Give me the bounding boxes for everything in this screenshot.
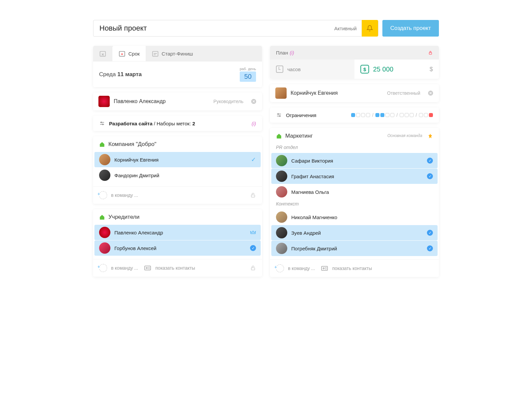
avatar xyxy=(276,243,287,254)
add-member-label[interactable]: в команду ... xyxy=(288,266,315,271)
show-contacts-label[interactable]: показать контакты xyxy=(155,265,195,271)
member-name: Горбунов Алексей xyxy=(114,245,156,251)
add-member-icon[interactable] xyxy=(276,264,284,272)
avatar xyxy=(275,87,287,99)
member-name: Погребняк Дмитрий xyxy=(291,246,337,251)
crown-icon xyxy=(250,230,256,235)
lock-icon[interactable] xyxy=(428,50,433,55)
workdays-label: раб. день xyxy=(240,67,256,71)
clock-icon xyxy=(276,66,283,73)
team-member[interactable]: Фандорин Дмитрий xyxy=(94,168,261,183)
svg-point-2 xyxy=(121,54,123,55)
add-member-icon[interactable] xyxy=(99,191,107,199)
team-member[interactable]: Николай Магниенко xyxy=(271,209,438,225)
svg-point-16 xyxy=(323,268,325,269)
calendar-x-icon xyxy=(99,50,106,57)
member-name: Фандорин Дмитрий xyxy=(114,173,159,178)
team-member[interactable]: Сафари Виктория ✓ xyxy=(271,153,438,168)
member-name: Магниева Ольга xyxy=(291,189,329,195)
show-contacts-label[interactable]: показать контакты xyxy=(332,266,372,271)
restriction-pills: / / / xyxy=(351,112,433,118)
workdays-box[interactable]: раб. день 50 xyxy=(240,67,256,82)
checked-badge-icon: ✓ xyxy=(427,173,433,179)
date-tabs: Срок Старт-Финиш xyxy=(93,46,262,62)
notify-button[interactable] xyxy=(361,20,378,37)
title-box: Активный xyxy=(93,20,378,37)
responsible-card: Корнийчук Евгения Ответственный xyxy=(270,84,439,102)
tab-no-date[interactable] xyxy=(93,46,112,61)
svg-point-5 xyxy=(101,122,102,123)
group-label: PR отдел xyxy=(270,143,439,153)
create-project-button[interactable]: Создать проект xyxy=(382,20,439,37)
add-member-icon[interactable] xyxy=(99,264,107,272)
tags-text: Разработка сайта / Наборы меток: 2 xyxy=(109,121,195,126)
project-title-input[interactable] xyxy=(99,24,330,33)
checked-badge-icon: ✓ xyxy=(250,245,256,251)
owner-name[interactable]: Павленко Александр xyxy=(114,98,166,104)
avatar xyxy=(276,186,287,198)
date-value: 11 марта xyxy=(117,71,142,77)
house-icon xyxy=(99,214,105,220)
team-member[interactable]: Погребняк Дмитрий ✓ xyxy=(271,241,438,256)
svg-rect-7 xyxy=(251,195,255,197)
avatar xyxy=(99,227,110,238)
svg-point-9 xyxy=(146,267,148,269)
svg-point-14 xyxy=(279,116,280,117)
plan-budget[interactable]: $ 25 000 $ xyxy=(354,60,439,79)
member-name: Николай Магниенко xyxy=(291,214,337,220)
svg-rect-11 xyxy=(429,53,432,55)
plan-card: План (i) часов $ 25 000 $ xyxy=(270,46,439,79)
avatar xyxy=(276,155,287,166)
remove-icon[interactable] xyxy=(428,90,434,96)
team-member[interactable]: Горбунов Алексей ✓ xyxy=(94,240,261,256)
team-member[interactable]: Корнийчук Евгения ✓ xyxy=(94,152,261,167)
status-label[interactable]: Активный xyxy=(330,26,361,31)
info-icon[interactable]: (i) xyxy=(290,50,294,56)
tab-deadline-label: Срок xyxy=(128,51,140,57)
responsible-name[interactable]: Корнийчук Евгения xyxy=(291,90,338,96)
lock-icon[interactable] xyxy=(250,192,256,198)
tab-startfinish-label: Старт-Финиш xyxy=(162,51,193,57)
sliders-icon xyxy=(276,112,282,118)
team-member[interactable]: Магниева Ольга xyxy=(271,184,438,200)
remove-icon[interactable] xyxy=(251,98,257,104)
checked-badge-icon: ✓ xyxy=(427,230,433,236)
money-icon: $ xyxy=(360,65,369,73)
plan-hours[interactable]: часов xyxy=(270,60,354,79)
tags-card[interactable]: Разработка сайта / Наборы меток: 2 (i) xyxy=(93,116,262,131)
svg-rect-10 xyxy=(251,268,255,270)
restrictions-card[interactable]: Ограничения / / / xyxy=(270,107,439,123)
tab-deadline[interactable]: Срок xyxy=(112,46,146,61)
member-name: Корнийчук Евгения xyxy=(114,157,159,163)
date-card: Срок Старт-Финиш Среда 11 марта раб. ден… xyxy=(93,46,262,87)
sliders-icon xyxy=(99,120,105,126)
svg-rect-0 xyxy=(100,52,106,57)
info-icon[interactable]: (i) xyxy=(252,121,256,126)
member-name: Сафари Виктория xyxy=(291,158,333,164)
team-founders: Учредители Павленко Александр Горбунов А… xyxy=(93,209,262,277)
team-title: Компания "Добро" xyxy=(108,141,156,148)
team-member[interactable]: Зуев Андрей ✓ xyxy=(271,225,438,240)
svg-point-6 xyxy=(102,124,103,125)
bell-icon xyxy=(366,25,373,32)
add-member-label[interactable]: в команду ... xyxy=(111,265,138,271)
header-row: Активный Создать проект xyxy=(93,20,439,37)
responsible-role: Ответственный xyxy=(387,90,420,96)
workdays-value: 50 xyxy=(240,71,256,82)
member-name: Павленко Александр xyxy=(114,230,163,235)
lock-icon[interactable] xyxy=(250,265,256,271)
avatar xyxy=(99,170,110,181)
contacts-icon[interactable] xyxy=(321,266,328,271)
team-member[interactable]: Графит Анастасия ✓ xyxy=(271,169,438,184)
avatar xyxy=(98,96,110,107)
tab-startfinish[interactable]: Старт-Финиш xyxy=(146,46,199,61)
team-member[interactable]: Павленко Александр xyxy=(94,225,261,240)
add-member-label[interactable]: в команду ... xyxy=(111,193,138,198)
pin-icon[interactable] xyxy=(428,133,433,139)
group-label: Контекст xyxy=(270,200,439,209)
deadline-date[interactable]: Среда 11 марта xyxy=(99,71,142,78)
restrictions-label: Ограничения xyxy=(286,112,316,118)
main-team-label: Основная команда xyxy=(387,134,422,138)
owner-role: Руководитель xyxy=(213,99,243,104)
contacts-icon[interactable] xyxy=(144,265,151,271)
